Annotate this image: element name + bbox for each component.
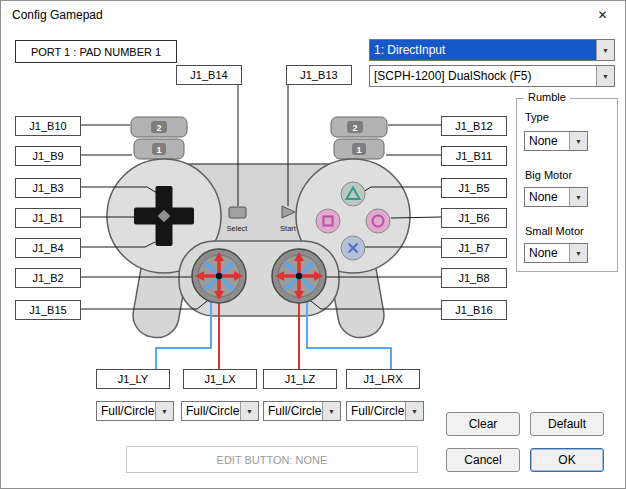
axis-mode-select-lrx[interactable]: Full/Circle ▼	[346, 401, 424, 421]
dropdown-arrow-icon[interactable]: ▼	[596, 66, 614, 86]
r1-label: 1	[356, 145, 361, 155]
label-j1-b14[interactable]: J1_B14	[176, 65, 242, 85]
label-j1-b16[interactable]: J1_B16	[441, 300, 507, 320]
big-motor-select[interactable]: None ▼	[524, 187, 588, 207]
label-j1-ly[interactable]: J1_LY	[96, 369, 170, 389]
clear-button[interactable]: Clear	[446, 412, 520, 436]
small-motor-select[interactable]: None ▼	[524, 243, 588, 263]
label-j1-b11[interactable]: J1_B11	[441, 146, 507, 166]
dropdown-arrow-icon[interactable]: ▼	[240, 402, 258, 420]
triangle-button	[341, 182, 365, 206]
rumble-type-label: Type	[525, 111, 549, 123]
label-j1-b7[interactable]: J1_B7	[441, 238, 507, 258]
label-j1-b5[interactable]: J1_B5	[441, 178, 507, 198]
config-gamepad-dialog: Config Gamepad ✕	[0, 0, 626, 489]
start-label: Start	[280, 224, 297, 233]
label-j1-lz[interactable]: J1_LZ	[263, 369, 337, 389]
axis-mode-select-lz[interactable]: Full/Circle ▼	[263, 401, 341, 421]
select-label: Select	[227, 224, 249, 233]
label-j1-b8[interactable]: J1_B8	[441, 268, 507, 288]
api-select-value: 1: DirectInput	[370, 40, 596, 60]
rumble-type-select[interactable]: None ▼	[524, 131, 588, 151]
ok-button[interactable]: OK	[530, 448, 604, 472]
label-j1-b1[interactable]: J1_B1	[15, 208, 81, 228]
rumble-group: Rumble Type None ▼ Big Motor None ▼ Smal…	[516, 98, 618, 272]
dropdown-arrow-icon[interactable]: ▼	[569, 132, 587, 150]
label-j1-lrx[interactable]: J1_LRX	[346, 369, 420, 389]
axis-mode-value: Full/Circle	[97, 402, 155, 420]
axis-mode-select-lx[interactable]: Full/Circle ▼	[181, 401, 259, 421]
rumble-type-value: None	[525, 132, 569, 150]
label-j1-lx[interactable]: J1_LX	[183, 369, 257, 389]
label-j1-b13[interactable]: J1_B13	[286, 65, 352, 85]
dropdown-arrow-icon[interactable]: ▼	[405, 402, 423, 420]
device-select-value: [SCPH-1200] DualShock (F5)	[370, 66, 596, 86]
device-select[interactable]: [SCPH-1200] DualShock (F5) ▼	[369, 65, 615, 87]
small-motor-value: None	[525, 244, 569, 262]
circle-button	[366, 209, 390, 233]
cross-button	[341, 236, 365, 260]
dropdown-arrow-icon[interactable]: ▼	[596, 40, 614, 60]
left-analog-stick	[192, 249, 246, 303]
label-j1-b4[interactable]: J1_B4	[15, 238, 81, 258]
label-j1-b3[interactable]: J1_B3	[15, 178, 81, 198]
dropdown-arrow-icon[interactable]: ▼	[322, 402, 340, 420]
dropdown-arrow-icon[interactable]: ▼	[155, 402, 173, 420]
dropdown-arrow-icon[interactable]: ▼	[569, 244, 587, 262]
right-analog-stick	[272, 249, 326, 303]
left-shoulder-buttons: 2 1	[131, 117, 187, 159]
r2-label: 2	[352, 123, 357, 133]
axis-mode-value: Full/Circle	[182, 402, 240, 420]
square-button	[316, 209, 340, 233]
l1-label: 1	[156, 145, 161, 155]
label-j1-b12[interactable]: J1_B12	[441, 116, 507, 136]
axis-mode-value: Full/Circle	[264, 402, 322, 420]
axis-mode-select-ly[interactable]: Full/Circle ▼	[96, 401, 174, 421]
label-j1-b10[interactable]: J1_B10	[15, 116, 81, 136]
rumble-title: Rumble	[524, 91, 570, 103]
big-motor-label: Big Motor	[525, 169, 572, 181]
label-j1-b6[interactable]: J1_B6	[441, 208, 507, 228]
label-j1-b15[interactable]: J1_B15	[15, 300, 81, 320]
edit-button-status: EDIT BUTTON: NONE	[126, 446, 418, 473]
port-label: PORT 1 : PAD NUMBER 1	[15, 40, 177, 63]
default-button[interactable]: Default	[530, 412, 604, 436]
axis-mode-value: Full/Circle	[347, 402, 405, 420]
api-select[interactable]: 1: DirectInput ▼	[369, 39, 615, 61]
label-j1-b2[interactable]: J1_B2	[15, 268, 81, 288]
l2-label: 2	[156, 123, 161, 133]
small-motor-label: Small Motor	[525, 225, 584, 237]
label-j1-b9[interactable]: J1_B9	[15, 146, 81, 166]
dropdown-arrow-icon[interactable]: ▼	[569, 188, 587, 206]
cancel-button[interactable]: Cancel	[446, 448, 520, 472]
right-shoulder-buttons: 2 1	[331, 117, 387, 159]
big-motor-value: None	[525, 188, 569, 206]
